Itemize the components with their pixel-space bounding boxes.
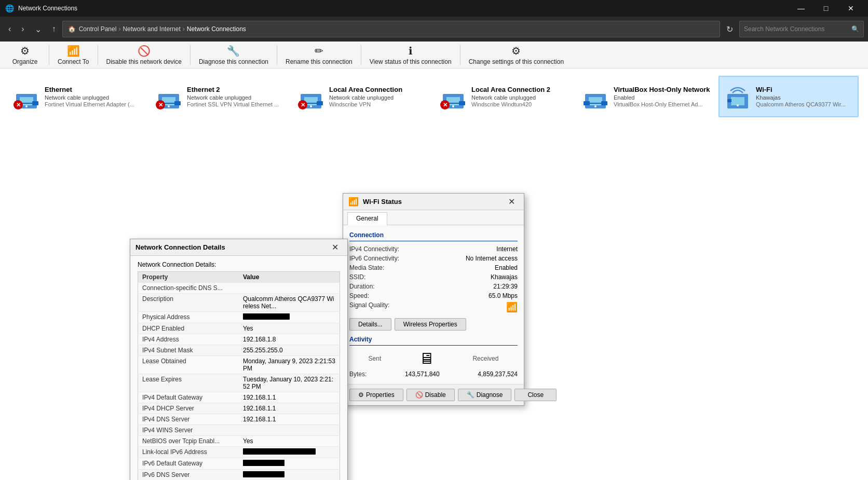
wifi-status-close-button[interactable]: ✕	[504, 195, 519, 209]
network-item-local-area-connection[interactable]: ✕ Local Area Connection Network cable un…	[292, 76, 432, 117]
svg-rect-31	[731, 97, 744, 105]
close-window-button[interactable]: ✕	[839, 0, 863, 17]
property-cell: Lease Obtained	[138, 356, 239, 374]
details-table-row: IPv4 Default Gateway 192.168.1.1	[138, 392, 340, 403]
bytes-received-value: 4,859,237,524	[478, 371, 518, 378]
property-cell: IPv4 Subnet Mask	[138, 345, 239, 356]
toolbar-separator-1	[49, 45, 49, 65]
network-item-info: Wi-Fi Khawajas Qualcomm Atheros QCA9377 …	[756, 86, 852, 107]
breadcrumb-network-internet[interactable]: Network and Internet	[123, 25, 180, 33]
details-close-x-button[interactable]: ✕	[328, 240, 342, 255]
network-item-status: Network cable unplugged	[187, 94, 283, 101]
wifi-properties-button[interactable]: ⚙ Properties	[349, 389, 403, 401]
svg-rect-33	[727, 99, 731, 102]
wireless-properties-button[interactable]: Wireless Properties	[395, 318, 466, 331]
svg-point-32	[737, 104, 739, 106]
value-cell: 192.168.1.1	[239, 414, 340, 425]
svg-rect-21	[459, 101, 465, 105]
svg-rect-3	[32, 101, 38, 105]
details-table-row: Lease Obtained Monday, January 9, 2023 2…	[138, 356, 340, 374]
toolbar-separator-3	[190, 45, 191, 65]
toolbar-separator-5	[361, 45, 361, 65]
network-item-adapter: Qualcomm Atheros QCA9377 Wir...	[756, 101, 852, 107]
up-button[interactable]: ↑	[48, 22, 60, 36]
wifi-diagnose-button[interactable]: 🔧 Diagnose	[458, 389, 512, 401]
field-value: 21:29:39	[493, 283, 518, 290]
details-table-row: Connection-specific DNS S...	[138, 283, 340, 294]
tab-general[interactable]: General	[347, 212, 387, 225]
network-item-name: VirtualBox Host-Only Network	[614, 86, 710, 93]
value-cell	[239, 283, 340, 294]
signal-quality-label: Signal Quality:	[349, 301, 389, 313]
toolbar-separator-2	[98, 45, 98, 65]
value-cell: Yes	[239, 436, 340, 447]
value-cell: Monday, January 9, 2023 2:21:53 PM	[239, 356, 340, 374]
col-value-header: Value	[239, 272, 340, 283]
disable-device-button[interactable]: 🚫 Disable this network device	[101, 44, 187, 66]
network-activity-icon: 🖥	[419, 350, 435, 367]
diagnose-icon: 🔧	[227, 45, 240, 57]
activity-section-header: Activity	[349, 336, 518, 343]
redacted-value	[243, 460, 284, 466]
breadcrumb-network-connections[interactable]: Network Connections	[187, 25, 246, 33]
refresh-button[interactable]: ↻	[722, 22, 737, 36]
network-item-wi-fi[interactable]: Wi-Fi Khawajas Qualcomm Atheros QCA9377 …	[718, 76, 859, 117]
field-label: IPv4 Connectivity:	[349, 245, 399, 253]
details-table: Property Value Connection-specific DNS S…	[138, 271, 340, 480]
network-item-virtualbox-host-only-network[interactable]: VirtualBox Host-Only Network Enabled Vir…	[576, 76, 716, 117]
network-item-adapter: Windscribe VPN	[329, 101, 426, 107]
connect-to-button[interactable]: 📶 Connect To	[52, 44, 94, 66]
sent-label: Sent	[369, 355, 382, 362]
breadcrumb-home-icon: 🏠	[68, 25, 76, 33]
network-item-local-area-connection-2[interactable]: ✕ Local Area Connection 2 Network cable …	[434, 76, 574, 117]
col-property-header: Property	[138, 272, 239, 283]
title-bar-icon: 🌐	[5, 4, 14, 12]
wifi-signal-icon: 📶	[348, 197, 359, 207]
network-item-name: Local Area Connection 2	[471, 86, 568, 93]
view-status-button[interactable]: ℹ View status of this connection	[364, 44, 457, 66]
wifi-close-button[interactable]: Close	[514, 389, 557, 401]
network-item-adapter: VirtualBox Host-Only Ethernet Ad...	[614, 101, 710, 107]
details-table-body: Connection-specific DNS S... Description…	[138, 283, 340, 481]
properties-icon: ⚙	[358, 391, 364, 399]
search-input[interactable]	[744, 25, 851, 33]
breadcrumb: 🏠 Control Panel › Network and Internet ›…	[62, 21, 720, 37]
network-item-ethernet-2[interactable]: ✕ Ethernet 2 Network cable unplugged For…	[150, 76, 290, 117]
rename-button[interactable]: ✏ Rename this connection	[280, 44, 358, 66]
svg-rect-25	[589, 97, 602, 105]
change-settings-button[interactable]: ⚙ Change settings of this connection	[464, 44, 569, 66]
svg-rect-9	[174, 101, 181, 105]
maximize-button[interactable]: □	[814, 0, 838, 17]
svg-point-17	[310, 105, 312, 107]
network-item-status: Enabled	[614, 94, 710, 101]
network-item-adapter: Windscribe Windtun420	[471, 101, 568, 107]
wifi-disable-button[interactable]: 🚫 Disable	[406, 389, 455, 401]
field-label: Media State:	[349, 264, 384, 271]
title-bar-controls: — □ ✕	[789, 0, 863, 17]
network-item-ethernet[interactable]: ✕ Ethernet Network cable unplugged Forti…	[7, 76, 147, 117]
forward-button[interactable]: ›	[17, 22, 28, 36]
value-cell: Tuesday, January 10, 2023 2:21:52 PM	[239, 374, 340, 392]
property-cell: IPv4 DHCP Server	[138, 403, 239, 414]
svg-point-23	[452, 105, 454, 107]
minimize-button[interactable]: —	[789, 0, 813, 17]
value-cell	[239, 447, 340, 458]
diagnose-wifi-icon: 🔧	[467, 391, 474, 399]
diagnose-button[interactable]: 🔧 Diagnose this connection	[194, 44, 274, 66]
back-button[interactable]: ‹	[4, 22, 15, 36]
property-cell: IPv4 WINS Server	[138, 425, 239, 436]
svg-point-5	[25, 105, 28, 107]
rename-icon: ✏	[315, 45, 323, 57]
toolbar-separator-4	[277, 45, 277, 65]
recent-button[interactable]: ⌄	[31, 22, 46, 36]
wifi-status-titlebar: 📶 Wi-Fi Status ✕	[343, 194, 524, 210]
disable-wifi-icon: 🚫	[415, 391, 423, 399]
details-body: Network Connection Details: Property Val…	[130, 256, 347, 480]
field-value: No Internet access	[466, 255, 518, 262]
details-table-row: Physical Address	[138, 312, 340, 323]
organize-button[interactable]: ⚙ Organize	[4, 44, 46, 66]
breadcrumb-control-panel[interactable]: Control Panel	[79, 25, 117, 33]
network-item-info: Ethernet Network cable unplugged Fortine…	[45, 86, 141, 107]
network-item-status: Network cable unplugged	[471, 94, 568, 101]
details-button[interactable]: Details...	[349, 318, 391, 331]
